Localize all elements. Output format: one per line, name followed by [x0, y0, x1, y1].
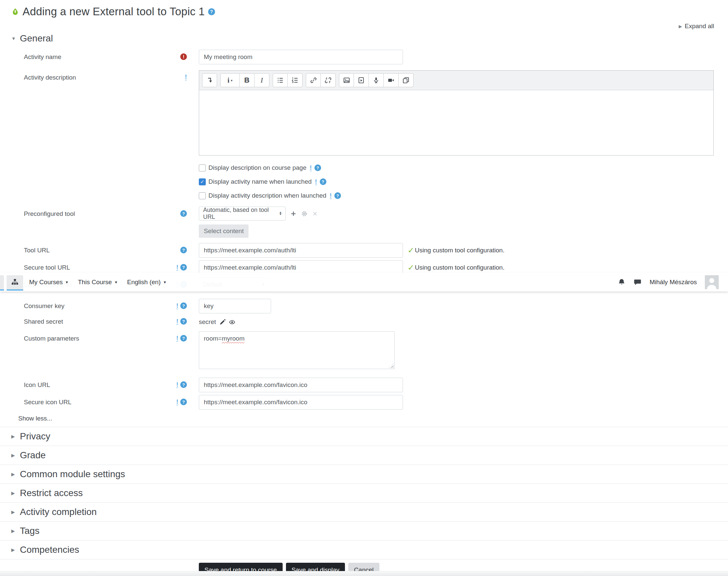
- checkbox-label: Display description on course page: [208, 164, 306, 171]
- editor-toolbar: i▾ B I: [199, 70, 714, 90]
- nav-this-course[interactable]: This Course▼: [78, 279, 118, 286]
- advanced-icon: !: [176, 318, 178, 325]
- help-icon[interactable]: ?: [320, 178, 326, 185]
- record-video-button[interactable]: [384, 73, 399, 87]
- section-grade[interactable]: ▶Grade: [0, 446, 728, 465]
- sitemap-icon: [11, 279, 19, 286]
- help-icon[interactable]: ?: [180, 264, 187, 270]
- insert-image-button[interactable]: [339, 73, 354, 87]
- custom-parameters-label: Custom parameters: [24, 331, 156, 342]
- select-stepper-icon: ▲▼: [279, 211, 282, 215]
- description-editor: i▾ B I: [199, 70, 714, 155]
- activity-name-row: Activity name !: [0, 50, 728, 64]
- custom-parameters-textarea[interactable]: room=myroom: [199, 331, 395, 369]
- footer-strip: [0, 571, 728, 576]
- close-icon: [312, 211, 318, 217]
- gear-icon: [301, 210, 307, 217]
- required-icon: !: [180, 53, 187, 60]
- section-activity-completion[interactable]: ▶Activity completion: [0, 502, 728, 521]
- italic-button[interactable]: I: [254, 73, 269, 87]
- edit-pencil-icon[interactable]: [219, 319, 226, 325]
- display-activity-description-row: Display activity description when launch…: [0, 192, 728, 199]
- select-content-button[interactable]: Select content: [199, 225, 248, 238]
- help-icon[interactable]: ?: [314, 165, 321, 171]
- help-icon[interactable]: ?: [180, 318, 187, 325]
- secure-icon-url-input[interactable]: [199, 395, 403, 409]
- activity-description-row: Activity description ! i▾ B: [0, 70, 728, 155]
- help-icon[interactable]: ?: [180, 399, 187, 405]
- external-tool-icon: [11, 8, 19, 16]
- page-header: Adding a new External tool to Topic 1 ? …: [0, 0, 728, 30]
- unlink-button[interactable]: [321, 73, 336, 87]
- manage-files-button[interactable]: [399, 73, 414, 87]
- resize-handle[interactable]: [389, 364, 394, 368]
- help-icon[interactable]: ?: [180, 381, 187, 388]
- consumer-key-label: Consumer key: [24, 299, 156, 310]
- ordered-list-button[interactable]: [287, 73, 303, 87]
- messages-icon[interactable]: [634, 278, 641, 286]
- icon-url-label: Icon URL: [24, 378, 156, 388]
- page-title: Adding a new External tool to Topic 1: [23, 5, 205, 18]
- nav-tab-partial[interactable]: [0, 275, 4, 290]
- shared-secret-value: secret: [199, 318, 216, 326]
- avatar[interactable]: [705, 275, 719, 289]
- link-button[interactable]: [306, 73, 321, 87]
- nav-my-courses[interactable]: My Courses▼: [29, 279, 69, 286]
- help-icon[interactable]: ?: [180, 210, 187, 217]
- notifications-bell-icon[interactable]: [618, 278, 626, 286]
- help-icon[interactable]: ?: [180, 247, 187, 253]
- advanced-icon: !: [315, 179, 317, 185]
- section-general-label: General: [20, 33, 53, 44]
- icon-url-input[interactable]: [199, 378, 403, 392]
- shared-secret-label: Shared secret: [24, 315, 156, 325]
- user-name[interactable]: Mihály Mészáros: [649, 279, 697, 286]
- bold-button[interactable]: B: [240, 73, 254, 87]
- help-icon[interactable]: ?: [180, 303, 187, 309]
- activity-name-label: Activity name: [24, 50, 156, 61]
- show-less-link[interactable]: Show less...: [0, 409, 728, 427]
- nav-tab-sitemap[interactable]: [7, 275, 23, 290]
- person-icon: [705, 275, 719, 289]
- advanced-icon: !: [176, 303, 178, 309]
- triangle-right-icon: ▶: [11, 453, 16, 458]
- checkbox-label: Display activity description when launch…: [208, 192, 326, 199]
- consumer-key-input[interactable]: [199, 299, 271, 313]
- section-general[interactable]: ▼ General: [0, 30, 728, 47]
- tool-url-input[interactable]: [199, 243, 403, 258]
- section-privacy[interactable]: ▶Privacy: [0, 427, 728, 446]
- insert-media-button[interactable]: [354, 73, 369, 87]
- preconfigured-tool-select[interactable]: Automatic, based on tool URL ▲▼: [199, 207, 285, 221]
- record-audio-button[interactable]: [369, 73, 384, 87]
- activity-name-input[interactable]: [199, 50, 403, 64]
- unordered-list-button[interactable]: [273, 73, 287, 87]
- display-description-checkbox[interactable]: [199, 165, 206, 171]
- collapse-toolbar-button[interactable]: [202, 73, 217, 87]
- section-restrict-access[interactable]: ▶Restrict access: [0, 484, 728, 502]
- advanced-icon: !: [176, 335, 178, 342]
- secure-icon-url-label: Secure icon URL: [24, 395, 156, 406]
- help-icon[interactable]: ?: [334, 192, 341, 199]
- expand-all-link[interactable]: ▶ Expand all: [11, 18, 714, 30]
- description-textarea[interactable]: [199, 90, 714, 155]
- nav-items: My Courses▼ This Course▼ English (en)▼: [29, 279, 167, 286]
- checkbox-label: Display activity name when launched: [208, 178, 312, 185]
- help-icon[interactable]: ?: [208, 8, 215, 15]
- nav-language[interactable]: English (en)▼: [127, 279, 167, 286]
- shared-secret-row: Shared secret ! ? secret: [0, 315, 728, 328]
- preconfigured-tool-label: Preconfigured tool: [24, 207, 156, 218]
- caret-down-icon: ▼: [65, 280, 69, 284]
- add-tool-icon[interactable]: [290, 210, 297, 217]
- eye-icon[interactable]: [229, 319, 235, 325]
- triangle-right-icon: ▶: [11, 490, 16, 496]
- display-activity-name-checkbox[interactable]: [199, 178, 206, 185]
- section-tags[interactable]: ▶Tags: [0, 521, 728, 540]
- section-common-module-settings[interactable]: ▶Common module settings: [0, 465, 728, 484]
- paragraph-styles-button[interactable]: i▾: [220, 73, 240, 87]
- display-activity-description-checkbox[interactable]: [199, 192, 206, 199]
- consumer-key-row: Consumer key ! ?: [0, 299, 728, 313]
- sticky-navbar: My Courses▼ This Course▼ English (en)▼ M…: [0, 272, 728, 291]
- section-competencies[interactable]: ▶Competencies: [0, 540, 728, 559]
- advanced-icon: !: [185, 74, 187, 80]
- help-icon[interactable]: ?: [180, 335, 187, 342]
- display-activity-name-row: Display activity name when launched ! ?: [0, 178, 728, 185]
